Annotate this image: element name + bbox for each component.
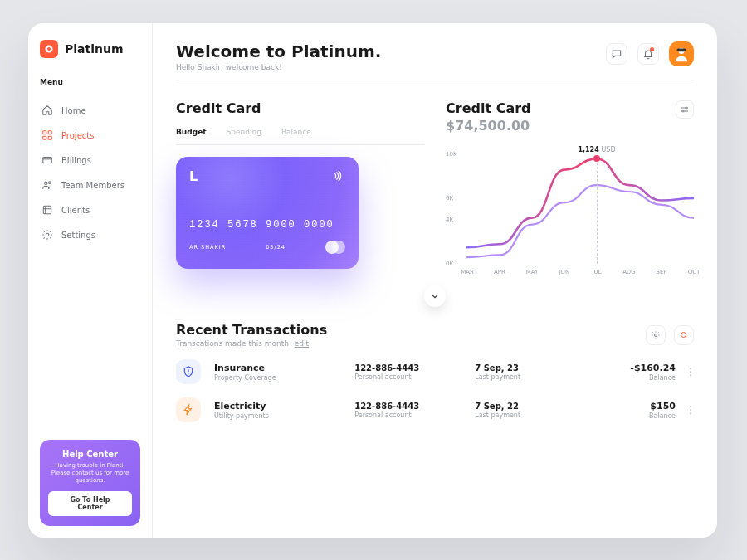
tab-balance[interactable]: Balance <box>281 128 311 136</box>
card-icon <box>42 154 53 166</box>
transaction-name: Electricity <box>214 401 344 411</box>
transaction-account-number: 122-886-4443 <box>354 402 465 411</box>
transaction-amount-label: Balance <box>585 374 676 382</box>
sidebar-item-label: Settings <box>61 231 95 240</box>
transactions-list: InsuranceProperty Coverage122-886-4443Pe… <box>176 359 694 422</box>
page-subtitle: Hello Shakir, welcome back! <box>176 63 381 71</box>
expand-button[interactable] <box>424 285 446 307</box>
chart: 0K4K6K10KMARAPRMAYJUNJULAUGSEPOCT1,124 U… <box>446 139 694 275</box>
credit-card-panel: Credit Card Budget Spending Balance L 12… <box>176 100 424 275</box>
sidebar: Platinum Menu Home Projects Billings <box>28 23 153 538</box>
help-center-text: Having trouble in Planti. Please contact… <box>48 462 132 485</box>
home-icon <box>42 105 53 116</box>
sidebar-item-clients[interactable]: Clients <box>40 197 140 222</box>
grid-icon <box>42 129 53 141</box>
transaction-category: Utility payments <box>214 412 344 420</box>
transactions-search-button[interactable] <box>674 325 694 345</box>
sidebar-item-projects[interactable]: Projects <box>40 123 140 148</box>
transactions-actions <box>646 325 694 345</box>
transaction-category: Property Coverage <box>214 374 344 382</box>
sidebar-item-home[interactable]: Home <box>40 98 140 123</box>
transaction-last-payment-label: Last payment <box>475 373 575 381</box>
shield-icon <box>176 359 201 384</box>
sidebar-menu-label: Menu <box>40 78 140 86</box>
chart-highlight-line <box>597 158 598 264</box>
tab-budget[interactable]: Budget <box>176 128 207 136</box>
transactions-edit-link[interactable]: edit <box>295 339 309 348</box>
brand-logo-icon <box>40 40 58 58</box>
briefcase-icon <box>42 204 53 216</box>
card-brand-glyph: L <box>189 168 345 184</box>
sidebar-item-label: Projects <box>61 131 94 140</box>
transaction-name: Insurance <box>214 363 344 373</box>
chart-filter-button[interactable] <box>676 100 694 119</box>
sidebar-item-label: Billings <box>61 156 91 165</box>
help-center-button[interactable]: Go To Help Center <box>48 491 132 516</box>
sliders-icon <box>680 105 690 114</box>
transactions-settings-button[interactable] <box>646 325 666 345</box>
transactions-panel: Recent Transactions Transcations made th… <box>176 322 694 422</box>
messages-button[interactable] <box>606 43 627 65</box>
brand-name: Platinum <box>65 42 124 56</box>
transaction-last-payment-date: 7 Sep, 22 <box>475 402 575 411</box>
credit-card-tabs: Budget Spending Balance <box>176 128 424 136</box>
users-icon <box>42 179 53 191</box>
user-avatar[interactable] <box>669 41 694 66</box>
main-content: Welcome to Platinum. Hello Shakir, welco… <box>153 23 717 538</box>
transactions-subtitle-text: Transcations made this month <box>176 339 289 348</box>
card-holder: AR SHAKIR <box>189 244 226 251</box>
chart-series-line <box>467 185 694 257</box>
gear-icon <box>42 229 53 241</box>
transactions-title: Recent Transactions <box>176 322 327 338</box>
help-center-title: Help Center <box>48 450 132 459</box>
credit-card[interactable]: L 1234 5678 9000 0000 AR SHAKIR 05/24 <box>176 157 359 269</box>
transaction-more-button[interactable]: ⋮ <box>686 366 694 377</box>
sidebar-item-label: Clients <box>61 206 90 215</box>
chevron-down-icon <box>429 290 441 302</box>
svg-point-16 <box>681 332 686 337</box>
svg-point-15 <box>655 334 657 336</box>
transaction-amount-label: Balance <box>585 412 676 420</box>
svg-rect-2 <box>43 131 46 134</box>
transaction-row[interactable]: ElectricityUtility payments122-886-4443P… <box>176 397 694 422</box>
transaction-amount: $150 <box>585 401 676 411</box>
card-expiry: 05/24 <box>266 244 286 251</box>
sidebar-item-team-members[interactable]: Team Members <box>40 173 140 197</box>
transaction-more-button[interactable]: ⋮ <box>686 404 694 416</box>
sidebar-item-label: Team Members <box>61 181 124 190</box>
card-network-icon <box>325 241 345 254</box>
sidebar-item-label: Home <box>61 106 86 115</box>
chart-series-line <box>467 158 694 247</box>
sidebar-nav: Home Projects Billings Team Members <box>40 98 140 247</box>
search-icon <box>679 330 689 340</box>
chart-highlight-dot <box>593 155 600 162</box>
contactless-icon <box>330 168 345 187</box>
svg-point-7 <box>45 182 48 185</box>
chart-tooltip: 1,124 USD <box>578 146 615 153</box>
svg-rect-4 <box>43 136 46 139</box>
transaction-account-type: Personal account <box>354 373 465 381</box>
svg-point-17 <box>188 373 189 373</box>
svg-point-13 <box>686 107 687 109</box>
transaction-row[interactable]: InsuranceProperty Coverage122-886-4443Pe… <box>176 359 694 384</box>
tab-spending[interactable]: Spending <box>227 128 261 136</box>
credit-card-visual: L 1234 5678 9000 0000 AR SHAKIR 05/24 <box>176 157 359 269</box>
svg-point-1 <box>47 47 51 51</box>
brand-logo[interactable]: Platinum <box>40 40 140 58</box>
notification-dot <box>650 47 654 51</box>
svg-point-14 <box>682 110 684 112</box>
svg-rect-12 <box>677 49 686 52</box>
svg-rect-3 <box>48 131 51 134</box>
transaction-amount: -$160.24 <box>585 363 676 373</box>
transaction-last-payment-label: Last payment <box>475 411 575 419</box>
app-window: Platinum Menu Home Projects Billings <box>28 23 717 538</box>
chart-panel: Credit Card $74,500.00 0K4K6K10KMARAPRMA… <box>446 100 694 275</box>
topbar-actions <box>606 41 694 66</box>
sidebar-item-billings[interactable]: Billings <box>40 148 140 173</box>
divider <box>176 85 694 85</box>
transaction-last-payment-date: 7 Sep, 23 <box>475 363 575 373</box>
svg-rect-5 <box>48 136 51 139</box>
notifications-button[interactable] <box>637 43 659 65</box>
chart-title: Credit Card <box>446 100 531 116</box>
sidebar-item-settings[interactable]: Settings <box>40 222 140 247</box>
